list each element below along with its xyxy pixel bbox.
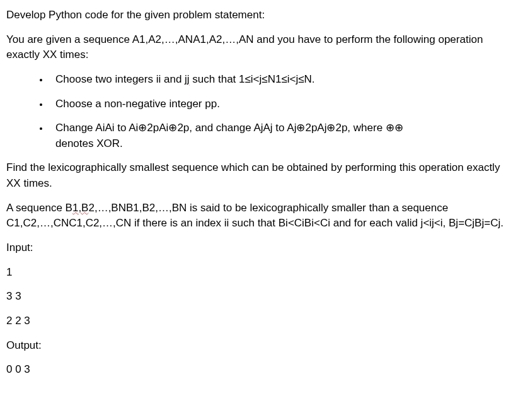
list-item: Choose a non-negative integer pp. [49,96,512,112]
lexicographic-definition: A sequence B1,B2,…,BNB1,B2,…,BN is said … [6,201,512,231]
text: such that 1≤i<j≤N1≤i<j≤N. [190,73,315,85]
input-line: 2 2 3 [6,313,512,329]
list-item: Choose two integers ii and jj such that … [49,72,512,88]
problem-title: Develop Python code for the given proble… [6,8,512,23]
text: Choose a non-negative integer pp. [55,98,220,110]
input-label: Input: [6,240,512,256]
text: Choose two integers ii and [55,73,185,85]
text: A sequence B [6,202,72,214]
problem-statement: You are given a sequence A1,A2,…,ANA1,A2… [6,32,512,63]
output-line: 0 0 3 [6,362,512,378]
operations-list: Choose two integers ii and jj such that … [6,72,512,152]
followup-text: Find the lexicographically smallest sequ… [6,160,512,191]
output-label: Output: [6,338,512,354]
list-item: Change AiAi to Ai⊕2pAi⊕2p, and change Aj… [49,120,512,151]
input-line: 1 [6,265,512,281]
wavy-text: jj [185,73,190,85]
input-line: 3 3 [6,289,512,305]
wavy-text: 1,B [72,202,89,214]
text: Change AiAi to Ai⊕2pAi⊕2p, and change Aj… [55,122,403,149]
